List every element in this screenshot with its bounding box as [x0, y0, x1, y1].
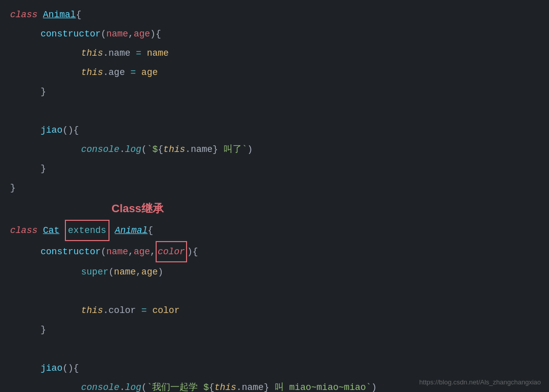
line-7: jiao(){ — [0, 121, 549, 140]
line-17 — [0, 339, 549, 359]
keyword-class: class — [10, 5, 43, 24]
line-13: super(name,age) — [0, 262, 549, 282]
color-param-box: color — [156, 241, 187, 262]
line-6 — [0, 101, 549, 121]
class-inheritance-annotation: Class继承 — [0, 198, 549, 220]
line-5: } — [0, 82, 549, 101]
code-block: class Animal{ constructor(name,age){ thi… — [0, 0, 549, 392]
line-4: this.age = age — [0, 63, 549, 82]
line-18: jiao(){ — [0, 359, 549, 378]
line-8: console.log(`${this.name} 叫了`) — [0, 140, 549, 159]
line-15: this.color = color — [0, 301, 549, 320]
line-9: } — [0, 159, 549, 178]
class-animal: Animal — [43, 5, 76, 24]
line-16: } — [0, 320, 549, 339]
constructor-fn: constructor — [41, 24, 101, 44]
watermark-text: https://blog.csdn.net/Als_zhangchangxiao — [419, 378, 541, 386]
line-14 — [0, 282, 549, 301]
brace-open: { — [76, 5, 82, 24]
extends-keyword-box: extends — [65, 220, 109, 241]
line-1: class Animal{ — [0, 5, 549, 24]
line-11: class Cat extends Animal{ — [0, 220, 549, 241]
line-2: constructor(name,age){ — [0, 24, 549, 44]
line-10: } — [0, 178, 549, 198]
line-3: this.name = name — [0, 44, 549, 63]
age-value: age — [141, 63, 158, 82]
line-12: constructor(name,age,color){ — [0, 241, 549, 262]
param-age: age — [134, 24, 150, 44]
